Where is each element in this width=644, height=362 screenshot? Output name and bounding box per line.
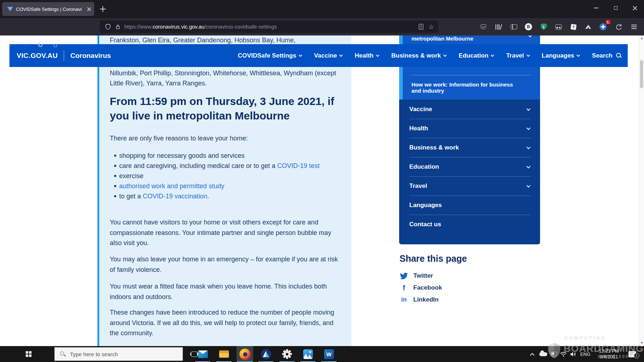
scrollbar-thumb[interactable] xyxy=(640,60,643,88)
volume-icon[interactable] xyxy=(569,346,577,362)
start-button[interactable] xyxy=(20,346,37,362)
share-link-label: Facebook xyxy=(413,284,442,291)
nav-item-label: Languages xyxy=(542,52,574,59)
keyboard-language[interactable]: ENG xyxy=(579,346,592,362)
forward-button[interactable]: → xyxy=(20,39,30,50)
sidebar-item-label: Travel xyxy=(409,182,427,190)
inline-link[interactable]: COVID-19 test xyxy=(277,162,319,169)
nav-item-label: Business & work xyxy=(391,52,441,59)
nav-item-label: Health xyxy=(355,52,373,59)
list-item: shopping for necessary goods and service… xyxy=(110,151,343,161)
inline-link[interactable]: COVID-19 vaccination xyxy=(143,193,207,200)
stamp-extension-icon[interactable]: T xyxy=(569,22,578,31)
taskbar-clock[interactable]: 12:21 PM 9/6/2021 xyxy=(594,346,624,362)
tab-close-icon[interactable] xyxy=(87,7,91,12)
sidebar-toggle-icon[interactable] xyxy=(509,22,519,31)
sidebar-item-health[interactable]: Health xyxy=(399,119,540,138)
library-icon[interactable] xyxy=(494,22,503,31)
new-tab-button[interactable] xyxy=(100,6,106,12)
nav-item-label: COVIDSafe Settings xyxy=(238,52,296,59)
sidebar-divider xyxy=(411,75,531,75)
window-restore-button[interactable] xyxy=(610,3,621,13)
share-link-twitter[interactable]: Twitter xyxy=(400,272,433,280)
back-button[interactable]: ← xyxy=(4,39,14,50)
reload-button[interactable]: ↻ xyxy=(35,39,46,50)
extension-two-dots-icon[interactable] xyxy=(554,22,563,31)
languagetool-extension-icon[interactable]: L xyxy=(539,22,548,31)
sidebar-item-label: Languages xyxy=(409,202,442,209)
notification-center-icon[interactable]: 1 xyxy=(625,346,639,362)
lock-icon[interactable] xyxy=(115,24,121,30)
sidebar-item-contact-us[interactable]: Contact us xyxy=(399,215,540,234)
nav-item-education[interactable]: Education xyxy=(459,52,494,59)
tray-chevron-up-icon[interactable] xyxy=(528,346,536,362)
sidebar-item-languages[interactable]: Languages xyxy=(399,195,540,215)
home-button[interactable]: ⌂ xyxy=(50,39,61,50)
chevron-down-icon xyxy=(526,183,530,187)
nordvpn-icon[interactable] xyxy=(258,346,274,362)
sync-arrow-icon[interactable] xyxy=(614,22,623,31)
reasons-list: shopping for necessary goods and service… xyxy=(110,151,343,201)
chevron-down-icon xyxy=(526,145,530,149)
sidebar-item-education[interactable]: Education xyxy=(399,157,540,176)
onedrive-cloud-icon[interactable] xyxy=(539,346,548,362)
site-menu: COVIDSafe SettingsVaccineHealthBusiness … xyxy=(238,52,580,59)
nav-item-covidsafe-settings[interactable]: COVIDSafe Settings xyxy=(238,52,302,59)
nav-item-travel[interactable]: Travel xyxy=(506,52,529,59)
nav-item-business-work[interactable]: Business & work xyxy=(391,52,446,59)
lead-paragraph: Nillumbik, Port Phillip, Stonnington, Wh… xyxy=(110,68,338,88)
file-explorer-icon[interactable] xyxy=(216,346,232,362)
display-tray-icon[interactable] xyxy=(549,346,558,362)
nav-item-health[interactable]: Health xyxy=(355,52,379,59)
share-heading: Share this page xyxy=(400,253,467,264)
menu-hamburger-icon[interactable] xyxy=(629,22,639,31)
search-label: Search xyxy=(592,52,612,59)
scroll-down-icon[interactable] xyxy=(640,342,643,344)
window-minimize-button[interactable] xyxy=(591,3,602,13)
list-item: authorised work and permitted study xyxy=(110,181,343,191)
sidebar-item-business-work[interactable]: Business & work xyxy=(399,138,540,157)
firefox-icon[interactable] xyxy=(237,346,253,362)
tray-date: 9/6/2021 xyxy=(600,354,618,360)
list-item: to get a COVID-19 vaccination. xyxy=(110,191,343,201)
bitwarden-extension-icon[interactable]: B xyxy=(524,22,533,31)
page-scrollbar[interactable] xyxy=(639,35,644,346)
sidebar-item-how-we-work[interactable]: How we work: Information for business an… xyxy=(411,81,520,94)
mail-icon[interactable] xyxy=(195,346,211,362)
chevron-down-icon xyxy=(526,126,530,130)
share-link-linkedin[interactable]: inLinkedIn xyxy=(400,295,439,304)
url-text[interactable]: https://www.coronavirus.vic.gov.au/coron… xyxy=(124,24,277,30)
taskbar-search[interactable]: Type here to search xyxy=(54,347,183,361)
scroll-up-icon[interactable] xyxy=(640,37,643,39)
share-link-facebook[interactable]: fFacebook xyxy=(400,283,442,292)
bookmark-star-icon[interactable]: ☆ xyxy=(428,23,434,31)
browser-tab[interactable]: COVIDSafe Settings | Coronavir xyxy=(2,2,94,16)
site-name[interactable]: Coronavirus xyxy=(70,52,111,60)
site-search-button[interactable]: Search xyxy=(592,52,622,59)
reader-view-icon[interactable] xyxy=(419,24,423,30)
word-icon[interactable]: W xyxy=(321,346,337,362)
url-bar[interactable]: https://www.coronavirus.vic.gov.au/coron… xyxy=(100,21,438,33)
scrolled-text-line: Frankston, Glen Eira, Greater Dandenong,… xyxy=(110,37,349,44)
nordvpn-extension-icon[interactable] xyxy=(584,22,593,31)
window-close-button[interactable] xyxy=(630,3,640,13)
chevron-down-icon xyxy=(526,164,530,168)
wifi-icon[interactable] xyxy=(559,346,568,362)
settings-gear-icon[interactable] xyxy=(279,346,295,362)
sidebar-item-travel[interactable]: Travel xyxy=(399,176,540,195)
pinwheel-extension-icon[interactable]: L xyxy=(598,22,608,31)
nav-item-vaccine[interactable]: Vaccine xyxy=(314,52,342,59)
search-icon xyxy=(60,351,66,357)
vic-gov-logo[interactable]: VIC.GOV.AU xyxy=(17,52,58,60)
sidebar-item-vaccine[interactable]: Vaccine xyxy=(399,100,540,119)
inline-link[interactable]: authorised work and permitted study xyxy=(119,182,224,190)
nav-item-languages[interactable]: Languages xyxy=(542,52,580,59)
photos-icon[interactable] xyxy=(300,346,316,362)
nav-item-label: Vaccine xyxy=(314,52,337,59)
pocket-icon[interactable] xyxy=(478,22,488,31)
tracking-shield-icon[interactable] xyxy=(105,24,111,30)
share-link-label: LinkedIn xyxy=(413,296,439,303)
sidebar-item-label: Business & work xyxy=(409,144,459,151)
chevron-down-icon xyxy=(298,53,302,57)
brand-divider xyxy=(64,50,64,61)
